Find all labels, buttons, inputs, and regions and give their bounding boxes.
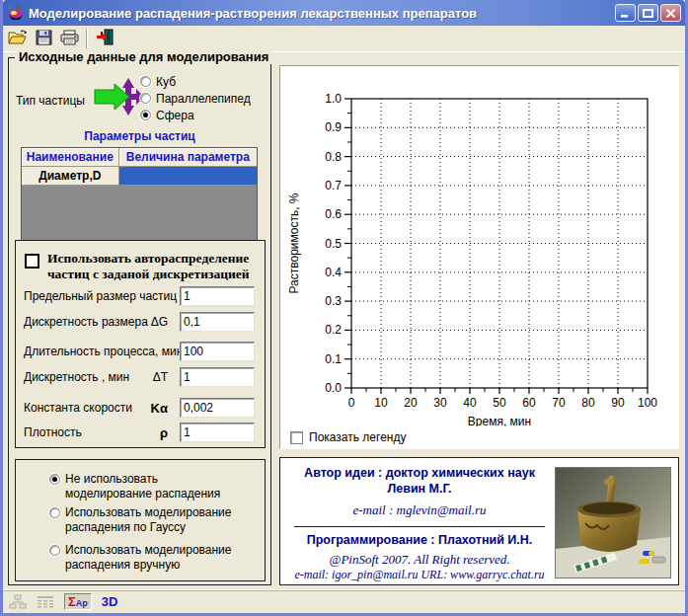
field-row: Плотностьρ xyxy=(24,423,257,442)
chart-panel: 01020304050607080901000.00.10.20.30.40.5… xyxy=(279,65,679,449)
field-input[interactable] xyxy=(180,423,255,442)
decay-option-label: Использовать моделирование распадения вр… xyxy=(65,543,248,573)
legend-checkbox-row[interactable]: Показать легенду xyxy=(290,430,406,444)
svg-text:30: 30 xyxy=(433,396,447,410)
minimize-button[interactable] xyxy=(615,4,636,22)
grid-icon[interactable] xyxy=(37,595,54,609)
groupbox-title: Исходные данные для моделирования xyxy=(15,49,272,64)
svg-text:100: 100 xyxy=(638,396,657,410)
params-table: НаименованиеВеличина параметраДиаметр,D xyxy=(21,147,258,241)
radio-icon[interactable] xyxy=(140,93,151,104)
tree-icon[interactable] xyxy=(9,594,27,609)
field-input[interactable] xyxy=(180,367,255,387)
branching-arrows-icon xyxy=(94,76,145,121)
field-row: Длительность процесса, мин xyxy=(24,342,257,361)
decay-option-option[interactable]: Использовать моделирование распадения по… xyxy=(49,505,248,535)
svg-text:0.6: 0.6 xyxy=(325,207,342,221)
maximize-button[interactable] xyxy=(638,4,658,22)
svg-text:50: 50 xyxy=(493,396,506,410)
svg-text:0: 0 xyxy=(348,396,355,410)
decay-option-option[interactable]: Использовать моделирование распадения вр… xyxy=(49,543,248,573)
sigma-ap-button[interactable]: Σ Ар xyxy=(64,593,92,610)
printer-icon xyxy=(60,30,79,48)
field-input[interactable] xyxy=(180,342,255,361)
field-row: Дискретность размераΔG xyxy=(24,312,257,332)
radio-icon[interactable] xyxy=(140,76,151,87)
save-button[interactable] xyxy=(31,27,56,50)
statusbar: Σ Ар 3D xyxy=(3,589,685,613)
about-text: Автор идеи : доктор химических наук Леви… xyxy=(280,458,559,582)
field-label: Предельный размер частиц G xyxy=(24,289,190,303)
particle-type-label: Куб xyxy=(156,75,176,89)
field-label: Плотность xyxy=(24,425,82,439)
svg-text:0.1: 0.1 xyxy=(325,352,342,366)
field-row: Дискретность , минΔT xyxy=(24,367,257,387)
param-value-cell[interactable] xyxy=(119,167,257,186)
copyright-line: @PinSoft 2007. All Right reserved. xyxy=(280,552,559,568)
field-label: Дискретность , мин xyxy=(24,370,129,384)
field-row: Константа скоростиKα xyxy=(24,398,257,418)
author-line1: Автор идеи : доктор химических наук xyxy=(280,466,559,482)
svg-text:0.8: 0.8 xyxy=(325,150,342,164)
author-email: e-mail : mglevin@mail.ru xyxy=(280,502,559,518)
field-row: Предельный размер частиц G xyxy=(24,286,257,306)
field-label: Дискретность размера xyxy=(24,315,148,329)
field-label: Длительность процесса, мин xyxy=(24,345,183,358)
particle-type-option[interactable]: Куб xyxy=(140,75,251,89)
threed-button[interactable]: 3D xyxy=(102,594,118,609)
field-input[interactable] xyxy=(180,312,255,332)
field-input[interactable] xyxy=(180,398,255,418)
app-icon xyxy=(7,5,25,21)
discretization-box: Использовать автораспределение частиц с … xyxy=(15,240,266,448)
field-input[interactable] xyxy=(180,286,255,306)
mortar-photo xyxy=(555,467,671,578)
open-file-button[interactable] xyxy=(5,27,31,50)
radio-icon[interactable] xyxy=(140,110,151,120)
titlebar[interactable]: Моделирование распадения-растворения лек… xyxy=(3,0,685,26)
exit-button[interactable] xyxy=(92,27,117,50)
autodist-label: Использовать автораспределение частиц с … xyxy=(47,251,255,282)
field-symbol: Kα xyxy=(151,401,168,416)
svg-text:0.5: 0.5 xyxy=(325,237,342,251)
sigma-icon: Σ xyxy=(68,595,76,608)
particle-type-option[interactable]: Параллелепипед xyxy=(140,92,251,106)
svg-text:90: 90 xyxy=(611,396,625,410)
legend-checkbox[interactable] xyxy=(290,431,303,444)
autodist-checkbox[interactable] xyxy=(25,254,39,269)
particle-type-option[interactable]: Сфера xyxy=(140,109,251,122)
svg-text:1.0: 1.0 xyxy=(325,92,342,106)
autodist-checkbox-row[interactable]: Использовать автораспределение частиц с … xyxy=(25,251,255,282)
main-content: Исходные данные для моделирования Тип ча… xyxy=(3,52,685,589)
params-table-title: Параметры частиц xyxy=(9,129,270,143)
svg-text:0.0: 0.0 xyxy=(325,381,342,395)
about-separator xyxy=(294,526,545,527)
svg-text:60: 60 xyxy=(522,396,536,410)
particle-type-label: Тип частицы xyxy=(16,94,85,108)
legend-checkbox-label: Показать легенду xyxy=(309,430,406,444)
radio-icon[interactable] xyxy=(49,474,60,485)
svg-text:70: 70 xyxy=(552,396,566,410)
svg-text:10: 10 xyxy=(374,396,388,410)
radio-icon[interactable] xyxy=(49,545,60,556)
svg-text:0.7: 0.7 xyxy=(325,179,342,192)
svg-text:Растворимость, %: Растворимость, % xyxy=(287,192,301,293)
dissolution-chart: 01020304050607080901000.00.10.20.30.40.5… xyxy=(280,66,678,426)
app-window: Моделирование распадения-растворения лек… xyxy=(0,0,688,616)
param-name-cell[interactable]: Диаметр,D xyxy=(22,167,119,186)
svg-text:80: 80 xyxy=(581,396,595,410)
exit-door-icon xyxy=(96,29,114,48)
radio-icon[interactable] xyxy=(49,507,60,518)
field-symbol: ΔG xyxy=(151,315,168,329)
save-floppy-icon xyxy=(36,30,52,48)
close-button[interactable] xyxy=(660,4,681,22)
toolbar xyxy=(3,26,685,52)
svg-text:40: 40 xyxy=(463,396,477,410)
particle-type-radios: КубПараллелепипедСфера xyxy=(140,75,251,125)
decay-options-box: Не использовать моделирование распадения… xyxy=(15,459,266,581)
print-button[interactable] xyxy=(56,27,82,50)
svg-text:20: 20 xyxy=(404,396,418,410)
window-title: Моделирование распадения-растворения лек… xyxy=(29,6,615,21)
decay-option-label: Использовать моделирование распадения по… xyxy=(65,505,248,535)
svg-text:0.4: 0.4 xyxy=(325,266,342,279)
decay-option-option[interactable]: Не использовать моделирование распадения xyxy=(49,472,248,501)
